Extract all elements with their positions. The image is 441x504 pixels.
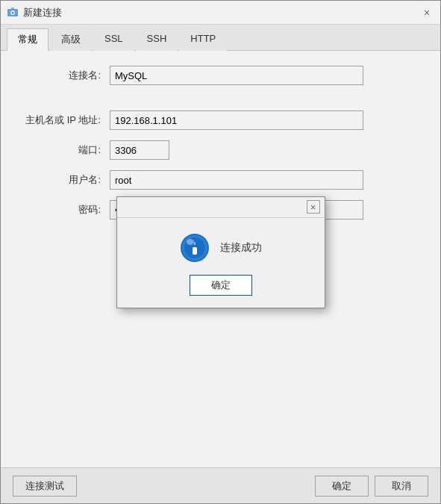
svg-text:i: i	[194, 240, 196, 246]
dialog-message-row: i 连接成功	[180, 233, 262, 263]
svg-rect-9	[193, 247, 197, 255]
main-window: 新建连接 × 常规 高级 SSL SSH HTTP 连接名: 主机名或 IP 地…	[0, 0, 441, 504]
svg-point-7	[187, 239, 194, 245]
dialog-close-button[interactable]: ×	[307, 200, 320, 214]
info-icon: i	[180, 233, 210, 263]
success-dialog: × i 连接成功	[116, 196, 325, 308]
dialog-ok-button[interactable]: 确定	[190, 275, 252, 296]
dialog-title-bar: ×	[117, 197, 325, 218]
dialog-overlay: × i 连接成功	[1, 1, 440, 503]
dialog-body: i 连接成功 确定	[117, 218, 325, 308]
dialog-message-text: 连接成功	[220, 241, 262, 255]
